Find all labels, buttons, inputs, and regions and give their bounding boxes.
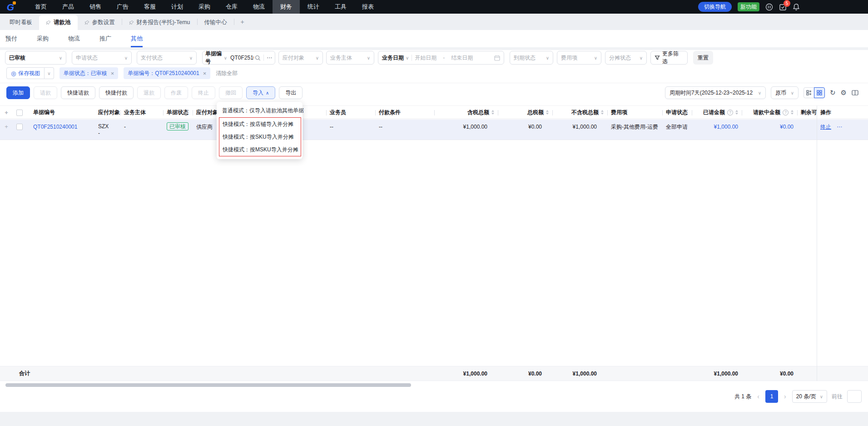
currency-select[interactable]: 原币 ∨ [771, 86, 799, 99]
col-payee[interactable]: 应付对象 [96, 106, 120, 119]
reset-button[interactable]: 重置 [693, 51, 713, 65]
close-icon[interactable]: × [203, 70, 207, 77]
add-button[interactable]: 添加 [6, 86, 30, 99]
tab-settings[interactable]: 参数设置 [78, 15, 122, 30]
import-button[interactable]: 导入 ∧ [246, 86, 275, 99]
nav-item-logistics[interactable]: 物流 [245, 0, 273, 14]
subtab-prepaid[interactable]: 预付 [5, 30, 17, 47]
import-menu-item-normal[interactable]: 普通模式：仅导入请款池其他单据 [217, 104, 303, 117]
nav-item-reports[interactable]: 报表 [354, 0, 382, 14]
period-select[interactable]: 周期时间7天(2025-12-23~2025-12 ∨ [665, 86, 766, 99]
col-salesman[interactable]: 业务员 [326, 106, 375, 119]
sort-icon[interactable] [791, 110, 794, 115]
col-tax-incl-total[interactable]: 含税总额 [434, 106, 498, 119]
tab-finance-report-temu[interactable]: 财务报告(半托)-Temu [122, 15, 197, 30]
sort-icon[interactable] [735, 110, 738, 115]
end-date-input[interactable]: 结束日期 [451, 54, 473, 62]
help-icon[interactable]: ? [783, 110, 789, 115]
subtab-logistics[interactable]: 物流 [68, 30, 80, 47]
pay-status-select[interactable]: 支付状态 ∨ [137, 51, 197, 65]
quick-pay-button[interactable]: 快捷付款 [99, 86, 134, 99]
list-view-toggle[interactable] [804, 87, 814, 98]
search-icon[interactable] [255, 55, 261, 61]
add-tab-button[interactable]: + [234, 18, 251, 25]
refresh-icon[interactable]: ↻ [830, 89, 836, 97]
apply-status-select[interactable]: 申请状态 ∨ [72, 51, 132, 65]
row-more-actions-button[interactable]: ⋯ [837, 123, 842, 130]
nav-item-purchase[interactable]: 采购 [191, 0, 218, 14]
prev-page-button[interactable]: ‹ [756, 393, 761, 400]
cell-applied-amount[interactable]: ¥1,000.00 [692, 120, 742, 140]
subtab-purchase[interactable]: 采购 [37, 30, 49, 47]
page-size-select[interactable]: 20 条/页 ∨ [792, 390, 827, 403]
nav-item-service[interactable]: 客服 [136, 0, 164, 14]
allocation-status-select[interactable]: 分摊状态 ∨ [605, 51, 647, 65]
checkbox[interactable] [16, 110, 23, 116]
help-icon[interactable]: ? [727, 110, 733, 115]
checkbox[interactable] [16, 124, 23, 130]
gear-icon[interactable]: ⚙ [841, 89, 847, 97]
column-settings-icon[interactable] [852, 90, 858, 96]
nav-item-warehouse[interactable]: 仓库 [218, 0, 245, 14]
fee-item-select[interactable]: 费用项 ∨ [557, 51, 601, 65]
withdraw-button[interactable]: 撤回 [219, 86, 243, 99]
more-filters-button[interactable]: 更多筛选 [650, 51, 688, 65]
nav-item-stats[interactable]: 统计 [300, 0, 327, 14]
due-status-select[interactable]: 到期状态 ∨ [510, 51, 553, 65]
import-menu-item-by-msku[interactable]: 快捷模式：按MSKU导入并分摊 [219, 143, 301, 156]
tasks-icon[interactable]: 5 [779, 3, 787, 11]
close-icon[interactable]: × [111, 70, 114, 77]
col-payment-terms[interactable]: 付款条件 [375, 106, 434, 119]
table-row[interactable]: + QT0F2510240001 SZX - - 已审核 供应商 -- -- ¥… [0, 120, 868, 140]
scrollbar-thumb[interactable] [5, 383, 411, 387]
new-feature-badge[interactable]: 新功能 [738, 2, 759, 11]
terminate-button[interactable]: 终止 [192, 86, 215, 99]
layout-toggle-icon[interactable] [765, 3, 773, 11]
app-logo[interactable]: G [0, 0, 21, 14]
date-type-select[interactable]: 业务日期 [382, 54, 404, 62]
quick-request-button[interactable]: 快捷请款 [61, 86, 95, 99]
row-expand[interactable]: + [0, 120, 13, 140]
col-doc-status[interactable]: 单据状态 [163, 106, 193, 119]
col-apply-status[interactable]: 申请状态 [662, 106, 692, 119]
more-search-fields-button[interactable]: ⋯ [267, 55, 272, 61]
save-view-dropdown-button[interactable]: ∨ [45, 67, 54, 79]
grid-view-toggle[interactable] [814, 87, 825, 98]
start-date-input[interactable]: 开始日期 [415, 54, 436, 62]
select-all-checkbox[interactable] [13, 106, 30, 119]
clear-all-button[interactable]: 清除全部 [216, 70, 238, 77]
doc-no-search-input[interactable]: QT0F2510240001 [230, 55, 254, 61]
sort-icon[interactable] [491, 110, 494, 115]
tab-transfer-center[interactable]: 传输中心 [198, 15, 234, 30]
nav-item-home[interactable]: 首页 [27, 0, 55, 14]
col-tax-total[interactable]: 总税额 [498, 106, 552, 119]
goto-page-input[interactable] [847, 390, 862, 403]
nav-item-finance[interactable]: 财务 [273, 0, 300, 14]
doc-no-field-select[interactable]: 单据编号 [205, 50, 222, 65]
nav-item-sales[interactable]: 销售 [82, 0, 109, 14]
nav-item-ads[interactable]: 广告 [109, 0, 136, 14]
row-terminate-button[interactable]: 终止 [820, 123, 831, 130]
col-applied-amount[interactable]: 已请金额? [692, 106, 742, 119]
col-tax-excl-total[interactable]: 不含税总额 [552, 106, 607, 119]
col-applying-amount[interactable]: 请款中金额? [742, 106, 797, 119]
entity-select[interactable]: 业务主体 ∨ [326, 51, 374, 65]
col-remaining[interactable]: 剩余可请金额 [797, 106, 817, 119]
nav-item-product[interactable]: 产品 [55, 0, 82, 14]
col-fee-item[interactable]: 费用项 [607, 106, 662, 119]
subtab-other[interactable]: 其他 [131, 30, 143, 47]
payee-select[interactable]: 应付对象 ∨ [278, 51, 323, 65]
bell-icon[interactable] [793, 3, 800, 11]
import-menu-item-by-shop[interactable]: 快捷模式：按店铺导入并分摊 [219, 118, 301, 130]
tab-dashboard[interactable]: 即时看板 [3, 15, 39, 30]
current-page-button[interactable]: 1 [765, 390, 778, 403]
export-button[interactable]: 导出 [279, 86, 303, 99]
doc-status-select[interactable]: 已审核 ∨ [5, 51, 66, 65]
row-checkbox-cell[interactable] [13, 120, 30, 140]
void-button[interactable]: 作废 [164, 86, 188, 99]
refund-button[interactable]: 退款 [137, 86, 161, 99]
subtab-promotion[interactable]: 推广 [99, 30, 111, 47]
date-range-group[interactable]: 业务日期 ∨ 开始日期 - 结束日期 [378, 51, 504, 65]
calendar-icon[interactable] [494, 55, 500, 61]
doc-no-search-group[interactable]: 单据编号 ∨ QT0F2510240001 ⋯ [202, 51, 275, 65]
